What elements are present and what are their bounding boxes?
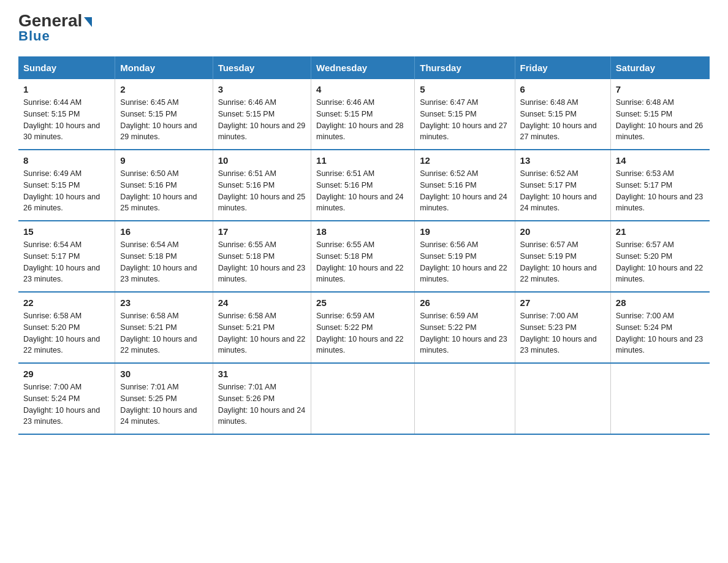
calendar-cell: 8Sunrise: 6:49 AMSunset: 5:15 PMDaylight… — [18, 150, 115, 221]
day-number: 30 — [120, 369, 207, 379]
day-info: Sunrise: 6:59 AMSunset: 5:22 PMDaylight:… — [316, 310, 409, 356]
calendar-cell: 15Sunrise: 6:54 AMSunset: 5:17 PMDayligh… — [18, 221, 115, 292]
day-info: Sunrise: 6:59 AMSunset: 5:22 PMDaylight:… — [420, 310, 509, 356]
calendar-cell: 3Sunrise: 6:46 AMSunset: 5:15 PMDaylight… — [213, 79, 311, 150]
day-info: Sunrise: 6:54 AMSunset: 5:18 PMDaylight:… — [120, 239, 207, 285]
header-saturday: Saturday — [610, 56, 710, 79]
logo-bottom: Blue — [18, 28, 50, 44]
calendar-cell: 2Sunrise: 6:45 AMSunset: 5:15 PMDaylight… — [115, 79, 213, 150]
header-thursday: Thursday — [415, 56, 515, 79]
day-info: Sunrise: 6:46 AMSunset: 5:15 PMDaylight:… — [218, 97, 306, 143]
header-monday: Monday — [115, 56, 213, 79]
calendar-week-row: 29Sunrise: 7:00 AMSunset: 5:24 PMDayligh… — [18, 363, 710, 434]
day-number: 24 — [218, 297, 306, 308]
calendar-cell: 7Sunrise: 6:48 AMSunset: 5:15 PMDaylight… — [610, 79, 710, 150]
day-number: 8 — [23, 155, 110, 166]
day-info: Sunrise: 6:55 AMSunset: 5:18 PMDaylight:… — [316, 239, 409, 285]
day-info: Sunrise: 6:54 AMSunset: 5:17 PMDaylight:… — [23, 239, 110, 285]
calendar-cell: 24Sunrise: 6:58 AMSunset: 5:21 PMDayligh… — [213, 292, 311, 363]
day-info: Sunrise: 6:52 AMSunset: 5:17 PMDaylight:… — [520, 168, 605, 214]
day-info: Sunrise: 6:58 AMSunset: 5:21 PMDaylight:… — [218, 310, 306, 356]
calendar-cell: 20Sunrise: 6:57 AMSunset: 5:19 PMDayligh… — [515, 221, 610, 292]
day-number: 28 — [616, 297, 705, 308]
day-number: 19 — [420, 226, 509, 237]
logo: General Blue — [18, 12, 92, 44]
day-info: Sunrise: 6:45 AMSunset: 5:15 PMDaylight:… — [120, 97, 207, 143]
day-number: 2 — [120, 84, 207, 94]
calendar-week-row: 1Sunrise: 6:44 AMSunset: 5:15 PMDaylight… — [18, 79, 710, 150]
calendar-cell: 6Sunrise: 6:48 AMSunset: 5:15 PMDaylight… — [515, 79, 610, 150]
calendar-week-row: 22Sunrise: 6:58 AMSunset: 5:20 PMDayligh… — [18, 292, 710, 363]
day-number: 27 — [520, 297, 605, 308]
day-info: Sunrise: 6:50 AMSunset: 5:16 PMDaylight:… — [120, 168, 207, 214]
day-info: Sunrise: 7:01 AMSunset: 5:25 PMDaylight:… — [120, 381, 207, 427]
day-number: 12 — [420, 155, 509, 166]
calendar-cell: 21Sunrise: 6:57 AMSunset: 5:20 PMDayligh… — [610, 221, 710, 292]
day-info: Sunrise: 7:00 AMSunset: 5:24 PMDaylight:… — [23, 381, 110, 427]
day-number: 18 — [316, 226, 409, 237]
day-info: Sunrise: 6:51 AMSunset: 5:16 PMDaylight:… — [316, 168, 409, 214]
calendar-week-row: 8Sunrise: 6:49 AMSunset: 5:15 PMDaylight… — [18, 150, 710, 221]
calendar-cell: 16Sunrise: 6:54 AMSunset: 5:18 PMDayligh… — [115, 221, 213, 292]
calendar-cell: 31Sunrise: 7:01 AMSunset: 5:26 PMDayligh… — [213, 363, 311, 434]
day-number: 20 — [520, 226, 605, 237]
day-info: Sunrise: 7:01 AMSunset: 5:26 PMDaylight:… — [218, 381, 306, 427]
day-number: 6 — [520, 84, 605, 94]
calendar-cell — [610, 363, 710, 434]
logo-top: General — [18, 12, 92, 29]
day-number: 4 — [316, 84, 409, 94]
calendar-cell: 10Sunrise: 6:51 AMSunset: 5:16 PMDayligh… — [213, 150, 311, 221]
day-number: 17 — [218, 226, 306, 237]
day-info: Sunrise: 6:55 AMSunset: 5:18 PMDaylight:… — [218, 239, 306, 285]
day-number: 7 — [616, 84, 705, 94]
day-info: Sunrise: 6:48 AMSunset: 5:15 PMDaylight:… — [616, 97, 705, 143]
day-number: 1 — [23, 84, 110, 94]
day-number: 29 — [23, 369, 110, 379]
calendar-cell: 23Sunrise: 6:58 AMSunset: 5:21 PMDayligh… — [115, 292, 213, 363]
day-number: 9 — [120, 155, 207, 166]
day-number: 14 — [616, 155, 705, 166]
calendar-cell: 11Sunrise: 6:51 AMSunset: 5:16 PMDayligh… — [311, 150, 415, 221]
day-info: Sunrise: 6:57 AMSunset: 5:19 PMDaylight:… — [520, 239, 605, 285]
day-info: Sunrise: 6:48 AMSunset: 5:15 PMDaylight:… — [520, 97, 605, 143]
calendar-table: SundayMondayTuesdayWednesdayThursdayFrid… — [18, 56, 710, 435]
day-number: 26 — [420, 297, 509, 308]
day-info: Sunrise: 6:53 AMSunset: 5:17 PMDaylight:… — [616, 168, 705, 214]
page-header: General Blue — [18, 12, 710, 44]
calendar-cell: 12Sunrise: 6:52 AMSunset: 5:16 PMDayligh… — [415, 150, 515, 221]
day-info: Sunrise: 6:46 AMSunset: 5:15 PMDaylight:… — [316, 97, 409, 143]
day-number: 25 — [316, 297, 409, 308]
calendar-cell: 30Sunrise: 7:01 AMSunset: 5:25 PMDayligh… — [115, 363, 213, 434]
calendar-cell: 27Sunrise: 7:00 AMSunset: 5:23 PMDayligh… — [515, 292, 610, 363]
calendar-cell: 29Sunrise: 7:00 AMSunset: 5:24 PMDayligh… — [18, 363, 115, 434]
day-number: 13 — [520, 155, 605, 166]
calendar-cell — [311, 363, 415, 434]
day-info: Sunrise: 7:00 AMSunset: 5:23 PMDaylight:… — [520, 310, 605, 356]
calendar-week-row: 15Sunrise: 6:54 AMSunset: 5:17 PMDayligh… — [18, 221, 710, 292]
day-number: 23 — [120, 297, 207, 308]
header-friday: Friday — [515, 56, 610, 79]
day-number: 16 — [120, 226, 207, 237]
calendar-cell: 1Sunrise: 6:44 AMSunset: 5:15 PMDaylight… — [18, 79, 115, 150]
calendar-cell — [415, 363, 515, 434]
header-sunday: Sunday — [18, 56, 115, 79]
calendar-cell: 19Sunrise: 6:56 AMSunset: 5:19 PMDayligh… — [415, 221, 515, 292]
day-info: Sunrise: 6:44 AMSunset: 5:15 PMDaylight:… — [23, 97, 110, 143]
day-info: Sunrise: 6:57 AMSunset: 5:20 PMDaylight:… — [616, 239, 705, 285]
day-number: 21 — [616, 226, 705, 237]
day-number: 11 — [316, 155, 409, 166]
calendar-cell: 26Sunrise: 6:59 AMSunset: 5:22 PMDayligh… — [415, 292, 515, 363]
day-number: 5 — [420, 84, 509, 94]
calendar-cell: 13Sunrise: 6:52 AMSunset: 5:17 PMDayligh… — [515, 150, 610, 221]
calendar-cell: 4Sunrise: 6:46 AMSunset: 5:15 PMDaylight… — [311, 79, 415, 150]
calendar-cell: 14Sunrise: 6:53 AMSunset: 5:17 PMDayligh… — [610, 150, 710, 221]
calendar-cell: 28Sunrise: 7:00 AMSunset: 5:24 PMDayligh… — [610, 292, 710, 363]
calendar-cell: 5Sunrise: 6:47 AMSunset: 5:15 PMDaylight… — [415, 79, 515, 150]
calendar-header-row: SundayMondayTuesdayWednesdayThursdayFrid… — [18, 56, 710, 79]
day-info: Sunrise: 6:58 AMSunset: 5:21 PMDaylight:… — [120, 310, 207, 356]
day-info: Sunrise: 6:56 AMSunset: 5:19 PMDaylight:… — [420, 239, 509, 285]
day-info: Sunrise: 6:58 AMSunset: 5:20 PMDaylight:… — [23, 310, 110, 356]
day-info: Sunrise: 7:00 AMSunset: 5:24 PMDaylight:… — [616, 310, 705, 356]
calendar-cell: 25Sunrise: 6:59 AMSunset: 5:22 PMDayligh… — [311, 292, 415, 363]
calendar-cell: 17Sunrise: 6:55 AMSunset: 5:18 PMDayligh… — [213, 221, 311, 292]
